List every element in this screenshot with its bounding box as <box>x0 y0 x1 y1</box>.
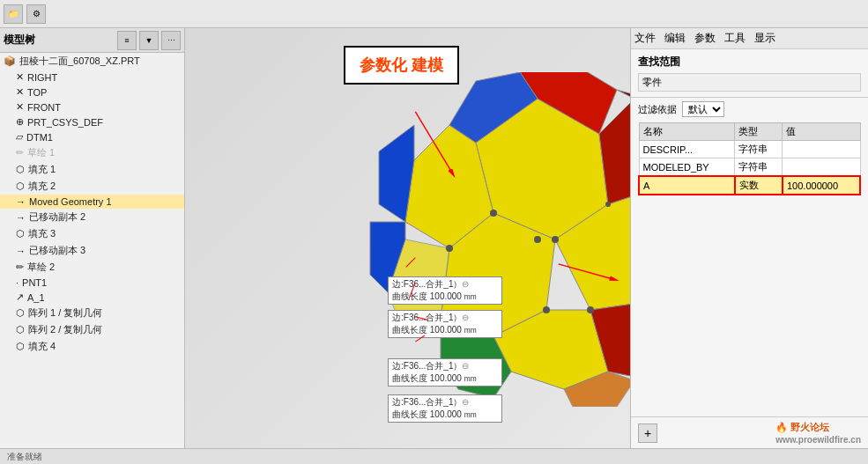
tree-label-fill3: 填充 3 <box>28 227 56 240</box>
params-table: 名称 类型 值 DESCRIP...字符串MODELED_BY字符串A实数100… <box>638 122 861 195</box>
top-toolbar: 📁 ⚙ <box>0 0 868 28</box>
tree-title: 模型树 <box>4 33 35 48</box>
tree-item-pnt1[interactable]: ·PNT1 <box>0 276 184 290</box>
tree-item-root[interactable]: 📦扭棱十二面_60708_XZ.PRT <box>0 53 184 70</box>
tree-item-front[interactable]: ✕FRONT <box>0 99 184 114</box>
menu-display[interactable]: 显示 <box>754 31 775 46</box>
param-cell-value-0 <box>783 141 860 158</box>
tree-item-array1[interactable]: ⬡阵列 1 / 复制几何 <box>0 305 184 321</box>
tree-icon-fill4: ⬡ <box>16 341 25 352</box>
tree-icon-fill3: ⬡ <box>16 228 25 239</box>
right-menubar: 文件 编辑 参数 工具 显示 <box>631 28 868 49</box>
search-value: 零件 <box>638 73 861 92</box>
tree-tool-1[interactable]: ≡ <box>117 31 137 50</box>
tree-icon-right: ✕ <box>16 71 24 83</box>
dim-label-left-3: 边:F36...合并_1）⊖ 曲线长度 100.000 mm <box>388 358 502 387</box>
svg-point-24 <box>605 202 611 207</box>
filter-label: 过滤依据 <box>638 103 677 116</box>
tree-label-csys: PRT_CSYS_DEF <box>27 117 103 128</box>
search-section: 查找范围 零件 <box>631 49 868 98</box>
status-bar: 准备就绪 <box>0 448 868 464</box>
tree-item-movedcopy3[interactable]: →已移动副本 3 <box>0 242 184 259</box>
tree-item-a1[interactable]: ↗A_1 <box>0 290 184 305</box>
tree-icon-movegeo1: → <box>16 196 26 207</box>
param-cell-type-2: 实数 <box>735 176 783 195</box>
tree-label-sketch1: 草绘 1 <box>27 146 55 159</box>
tree-icon-movedcopy3: → <box>16 246 26 256</box>
param-row-1[interactable]: MODELED_BY字符串 <box>639 158 860 177</box>
tree-label-movedcopy2: 已移动副本 2 <box>29 210 85 224</box>
tree-item-fill4[interactable]: ⬡填充 4 <box>0 338 184 355</box>
svg-point-17 <box>534 236 541 243</box>
dim-label-left-4: 边:F36...合并_1）⊖ 曲线长度 100.000 mm <box>388 394 502 423</box>
tree-label-fill2: 填充 2 <box>28 180 56 193</box>
svg-point-20 <box>587 306 594 313</box>
tree-icon-root: 📦 <box>4 55 16 67</box>
tree-item-fill2[interactable]: ⬡填充 2 <box>0 178 184 195</box>
right-panel: 文件 编辑 参数 工具 显示 查找范围 零件 过滤依据 默认 全部 <box>630 28 868 448</box>
tree-content: 📦扭棱十二面_60708_XZ.PRT✕RIGHT✕TOP✕FRONT⊕PRT_… <box>0 53 184 448</box>
tree-label-movedcopy3: 已移动副本 3 <box>29 244 85 257</box>
tree-item-right[interactable]: ✕RIGHT <box>0 70 184 85</box>
tree-label-fill4: 填充 4 <box>28 340 56 353</box>
tree-label-array1: 阵列 1 / 复制几何 <box>28 306 102 320</box>
status-text: 准备就绪 <box>7 451 42 463</box>
tree-item-movedcopy2[interactable]: →已移动副本 2 <box>0 209 184 225</box>
tree-item-dtm1[interactable]: ▱DTM1 <box>0 129 184 144</box>
tree-icon-sketch2: ✏ <box>16 261 24 273</box>
param-row-0[interactable]: DESCRIP...字符串 <box>639 141 860 158</box>
add-button[interactable]: + <box>638 423 657 443</box>
tree-item-sketch2[interactable]: ✏草绘 2 <box>0 259 184 276</box>
tree-label-right: RIGHT <box>27 72 57 83</box>
watermark-url: www.proewildfire.cn <box>775 435 861 445</box>
tree-label-movegeo1: Moved Geometry 1 <box>29 196 112 207</box>
tree-toolbar: 模型树 ≡ ▼ ⋯ <box>0 28 184 53</box>
tree-icon-front: ✕ <box>16 101 24 113</box>
tree-item-fill1[interactable]: ⬡填充 1 <box>0 161 184 178</box>
tree-icon-dtm1: ▱ <box>16 131 23 143</box>
svg-point-21 <box>543 306 550 313</box>
center-viewport: 参数化 建模 <box>185 28 630 448</box>
tree-label-fill1: 填充 1 <box>28 163 56 176</box>
param-cell-name-1: MODELED_BY <box>639 158 735 177</box>
param-cell-type-0: 字符串 <box>735 141 783 158</box>
tree-label-dtm1: DTM1 <box>26 132 53 143</box>
tree-tool-3[interactable]: ⋯ <box>161 31 181 50</box>
filter-select[interactable]: 默认 全部 <box>682 101 724 117</box>
tree-item-fill3[interactable]: ⬡填充 3 <box>0 225 184 242</box>
left-panel: 模型树 ≡ ▼ ⋯ 📦扭棱十二面_60708_XZ.PRT✕RIGHT✕TOP✕… <box>0 28 185 448</box>
svg-point-19 <box>490 210 497 217</box>
tree-item-csys[interactable]: ⊕PRT_CSYS_DEF <box>0 114 184 129</box>
menu-edit[interactable]: 编辑 <box>664 31 686 46</box>
tree-icon-fill2: ⬡ <box>16 180 25 192</box>
tree-icon-csys: ⊕ <box>16 116 24 128</box>
dim-label-left-1: 边:F36...合并_1）⊖ 曲线长度 100.000 mm <box>388 276 502 305</box>
tree-item-top[interactable]: ✕TOP <box>0 85 184 99</box>
param-row-2[interactable]: A实数100.000000 <box>639 176 860 195</box>
param-cell-value-2: 100.000000 <box>783 176 860 195</box>
tree-icon-pnt1: · <box>16 277 19 288</box>
tree-item-array2[interactable]: ⬡阵列 2 / 复制几何 <box>0 321 184 338</box>
tree-item-movegeo1[interactable]: →Moved Geometry 1 <box>0 195 184 209</box>
dim-label-left-2: 边:F36...合并_1）⊖ 曲线长度 100.000 mm <box>388 310 502 338</box>
menu-file[interactable]: 文件 <box>634 31 656 46</box>
folder-icon[interactable]: 📁 <box>4 4 23 24</box>
tree-label-array2: 阵列 2 / 复制几何 <box>28 323 102 336</box>
search-title: 查找范围 <box>638 55 861 70</box>
param-cell-name-0: DESCRIP... <box>639 141 735 158</box>
tree-tool-2[interactable]: ▼ <box>139 31 159 50</box>
menu-tools[interactable]: 工具 <box>724 31 746 46</box>
tree-item-sketch1[interactable]: ✏草绘 1 <box>0 144 184 161</box>
tree-label-front: FRONT <box>27 102 61 113</box>
param-cell-value-1 <box>783 158 860 177</box>
tree-icon-movedcopy2: → <box>16 212 26 223</box>
menu-params[interactable]: 参数 <box>694 31 716 46</box>
tree-icon-top: ✕ <box>16 86 24 98</box>
annotation-text: 参数化 建模 <box>360 56 443 74</box>
tree-icon-array1: ⬡ <box>16 307 25 319</box>
params-section: 过滤依据 默认 全部 名称 类型 值 DESCRIP...字符串MODELED_… <box>631 98 868 416</box>
settings-icon[interactable]: ⚙ <box>26 4 46 24</box>
svg-point-18 <box>552 236 559 243</box>
watermark: 🔥 野火论坛 www.proewildfire.cn <box>775 421 861 445</box>
tree-icon-array2: ⬡ <box>16 324 25 335</box>
